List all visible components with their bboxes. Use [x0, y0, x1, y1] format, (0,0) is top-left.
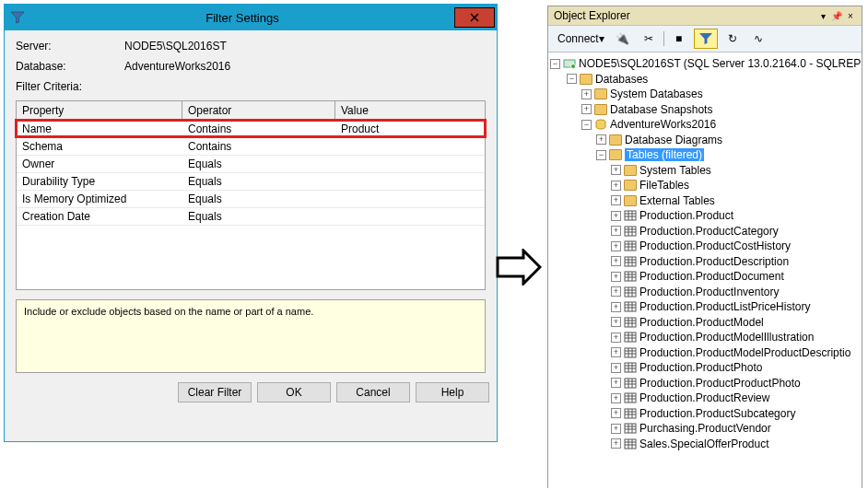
expand-icon[interactable]: +: [611, 181, 621, 191]
table-node[interactable]: +Production.ProductDocument: [550, 269, 860, 285]
table-label[interactable]: Purchasing.ProductVendor: [639, 422, 771, 435]
table-node[interactable]: +Production.ProductModelProductDescripti…: [550, 345, 860, 361]
expand-icon[interactable]: +: [611, 378, 621, 388]
table-label[interactable]: Production.ProductDocument: [639, 270, 784, 283]
snapshots-node[interactable]: Database Snapshots: [610, 103, 712, 116]
table-label[interactable]: Production.ProductProductPhoto: [639, 377, 801, 390]
table-label[interactable]: Production.ProductReview: [639, 391, 769, 404]
cell-operator[interactable]: Contains: [182, 138, 335, 155]
disconnect-icon[interactable]: ✂: [638, 29, 660, 48]
expand-icon[interactable]: +: [611, 408, 621, 418]
table-node[interactable]: +Production.ProductListPriceHistory: [550, 299, 860, 315]
cell-operator[interactable]: Equals: [182, 173, 335, 190]
table-node[interactable]: +Production.ProductReview: [550, 391, 860, 406]
cell-value[interactable]: [335, 173, 485, 190]
aw-node[interactable]: AdventureWorks2016: [610, 118, 716, 131]
diagrams-node[interactable]: Database Diagrams: [625, 134, 722, 146]
titlebar[interactable]: Filter Settings: [5, 5, 497, 30]
cell-property[interactable]: Is Memory Optimized: [17, 191, 182, 207]
table-label[interactable]: Production.ProductPhoto: [639, 361, 762, 374]
help-button[interactable]: Help: [416, 382, 489, 402]
table-node[interactable]: +Production.Product: [550, 208, 860, 224]
table-node[interactable]: +Production.ProductInventory: [550, 285, 860, 300]
ok-button[interactable]: OK: [257, 382, 331, 402]
cell-operator[interactable]: Equals: [182, 156, 335, 172]
expand-icon[interactable]: +: [581, 104, 592, 114]
table-node[interactable]: +Production.ProductCostHistory: [550, 239, 860, 254]
expand-icon[interactable]: +: [611, 363, 621, 373]
table-node[interactable]: +Production.ProductPhoto: [550, 360, 860, 376]
cell-value[interactable]: Product: [335, 121, 485, 137]
expand-icon[interactable]: +: [611, 195, 621, 205]
table-node[interactable]: +Sales.SpecialOfferProduct: [550, 437, 860, 452]
table-node[interactable]: +Production.ProductModelIllustration: [550, 330, 860, 345]
expand-icon[interactable]: +: [611, 286, 621, 297]
table-label[interactable]: Production.Product: [639, 209, 733, 222]
table-label[interactable]: Production.ProductInventory: [639, 286, 779, 298]
expand-icon[interactable]: +: [611, 347, 621, 357]
cell-value[interactable]: [335, 208, 485, 225]
expand-icon[interactable]: −: [567, 74, 577, 84]
stop-icon[interactable]: ■: [668, 29, 690, 48]
filter-icon[interactable]: [694, 29, 718, 49]
table-label[interactable]: Production.ProductListPriceHistory: [639, 300, 810, 313]
expand-icon[interactable]: +: [611, 226, 621, 236]
cell-operator[interactable]: Equals: [182, 208, 335, 225]
exttables-node[interactable]: External Tables: [639, 194, 715, 207]
table-node[interactable]: +Production.ProductProductPhoto: [550, 376, 860, 391]
cell-operator[interactable]: Contains: [182, 121, 335, 137]
clear-filter-button[interactable]: Clear Filter: [178, 382, 252, 402]
table-node[interactable]: +Purchasing.ProductVendor: [550, 421, 860, 437]
cell-property[interactable]: Name: [17, 121, 182, 137]
cell-value[interactable]: [335, 138, 485, 155]
cell-property[interactable]: Schema: [17, 138, 182, 155]
panel-title[interactable]: Object Explorer ▾ 📌 ×: [548, 6, 862, 26]
expand-icon[interactable]: +: [581, 89, 592, 99]
tables-filtered-node[interactable]: Tables (filtered): [625, 148, 704, 161]
expand-icon[interactable]: +: [611, 241, 621, 251]
sysdb-node[interactable]: System Databases: [610, 88, 703, 100]
pin-icon[interactable]: 📌: [831, 11, 842, 21]
tree-view[interactable]: −NODE5\SQL2016ST (SQL Server 13.0.2164.0…: [548, 52, 862, 489]
table-label[interactable]: Production.ProductDescription: [639, 255, 789, 268]
connect-button[interactable]: Connect ▾: [554, 30, 608, 47]
cancel-button[interactable]: Cancel: [336, 382, 410, 402]
filetables-node[interactable]: FileTables: [639, 179, 689, 192]
expand-icon[interactable]: +: [596, 134, 606, 145]
grid-row[interactable]: Durability TypeEquals: [17, 173, 485, 191]
grid-row[interactable]: SchemaContains: [17, 138, 485, 156]
expand-icon[interactable]: +: [611, 165, 621, 175]
systables-node[interactable]: System Tables: [639, 164, 711, 177]
cell-value[interactable]: [335, 156, 485, 172]
expand-icon[interactable]: +: [611, 424, 621, 434]
dropdown-icon[interactable]: ▾: [817, 11, 828, 21]
cell-value[interactable]: [335, 191, 485, 207]
table-label[interactable]: Production.ProductCategory: [639, 225, 779, 238]
expand-icon[interactable]: +: [611, 302, 621, 312]
close-icon[interactable]: ×: [845, 11, 856, 21]
table-node[interactable]: +Production.ProductCategory: [550, 224, 860, 239]
expand-icon[interactable]: −: [550, 59, 560, 69]
table-label[interactable]: Production.ProductModelIllustration: [639, 331, 814, 344]
grid-row[interactable]: Is Memory OptimizedEquals: [17, 191, 485, 208]
connect-icon[interactable]: 🔌: [612, 29, 634, 48]
expand-icon[interactable]: +: [611, 211, 621, 221]
expand-icon[interactable]: +: [611, 438, 621, 449]
table-label[interactable]: Production.ProductCostHistory: [639, 239, 791, 252]
table-node[interactable]: +Production.ProductSubcategory: [550, 406, 860, 422]
expand-icon[interactable]: +: [611, 393, 621, 403]
expand-icon[interactable]: +: [611, 332, 621, 343]
table-label[interactable]: Production.ProductSubcategory: [639, 407, 795, 420]
close-button[interactable]: [454, 7, 495, 28]
expand-icon[interactable]: +: [611, 272, 621, 282]
table-label[interactable]: Production.ProductModel: [639, 316, 764, 329]
cell-property[interactable]: Owner: [17, 156, 182, 172]
expand-icon[interactable]: −: [581, 120, 592, 130]
cell-operator[interactable]: Equals: [182, 191, 335, 207]
server-node[interactable]: NODE5\SQL2016ST (SQL Server 13.0.2164.0 …: [579, 57, 862, 70]
cell-property[interactable]: Creation Date: [17, 208, 182, 225]
table-node[interactable]: +Production.ProductModel: [550, 315, 860, 331]
activity-icon[interactable]: ∿: [747, 29, 769, 48]
table-label[interactable]: Sales.SpecialOfferProduct: [639, 438, 769, 450]
table-label[interactable]: Production.ProductModelProductDescriptio: [639, 346, 850, 359]
